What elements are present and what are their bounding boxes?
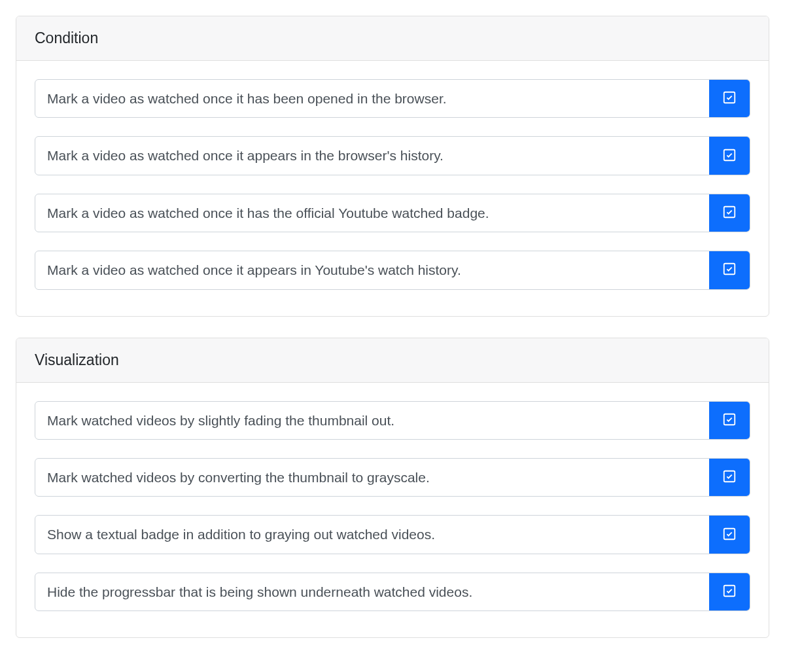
section-title: Visualization <box>16 338 769 383</box>
checkbox-checked-icon <box>722 469 737 486</box>
svg-rect-3 <box>724 264 735 275</box>
checkbox-checked-icon <box>722 584 737 600</box>
checkbox-checked-icon <box>722 148 737 164</box>
option-row-fade-thumbnail: Mark watched videos by slightly fading t… <box>35 401 750 440</box>
visualization-section: Visualization Mark watched videos by sli… <box>16 338 769 639</box>
option-row-hide-progressbar: Hide the progressbar that is being shown… <box>35 573 750 611</box>
option-row-browser-history: Mark a video as watched once it appears … <box>35 136 750 175</box>
svg-rect-2 <box>724 207 735 218</box>
checkbox-checked-icon <box>722 527 737 543</box>
svg-rect-4 <box>724 414 735 425</box>
section-title: Condition <box>16 16 769 61</box>
option-row-youtube-badge: Mark a video as watched once it has the … <box>35 194 750 232</box>
svg-rect-1 <box>724 149 735 160</box>
option-row-textual-badge: Show a textual badge in addition to gray… <box>35 515 750 554</box>
option-label: Mark a video as watched once it appears … <box>35 251 709 289</box>
checkbox-checked-icon <box>722 412 737 429</box>
svg-rect-7 <box>724 586 735 597</box>
checkbox-checked-icon <box>722 262 737 278</box>
option-row-youtube-watch-history: Mark a video as watched once it appears … <box>35 251 750 289</box>
svg-rect-6 <box>724 528 735 539</box>
option-label: Mark a video as watched once it appears … <box>35 137 709 174</box>
option-toggle-hide-progressbar[interactable] <box>709 573 750 610</box>
option-toggle-grayscale-thumbnail[interactable] <box>709 459 750 496</box>
option-row-grayscale-thumbnail: Mark watched videos by converting the th… <box>35 458 750 497</box>
checkbox-checked-icon <box>722 205 737 221</box>
section-body: Mark watched videos by slightly fading t… <box>16 383 769 638</box>
option-label: Mark a video as watched once it has the … <box>35 194 709 232</box>
option-toggle-textual-badge[interactable] <box>709 516 750 553</box>
option-label: Mark a video as watched once it has been… <box>35 80 709 117</box>
condition-section: Condition Mark a video as watched once i… <box>16 16 769 317</box>
option-toggle-opened-in-browser[interactable] <box>709 80 750 117</box>
option-label: Hide the progressbar that is being shown… <box>35 573 709 610</box>
option-toggle-fade-thumbnail[interactable] <box>709 402 750 439</box>
checkbox-checked-icon <box>722 90 737 107</box>
option-toggle-youtube-badge[interactable] <box>709 194 750 232</box>
option-toggle-browser-history[interactable] <box>709 137 750 174</box>
option-label: Show a textual badge in addition to gray… <box>35 516 709 553</box>
option-row-opened-in-browser: Mark a video as watched once it has been… <box>35 79 750 118</box>
section-body: Mark a video as watched once it has been… <box>16 61 769 316</box>
option-label: Mark watched videos by converting the th… <box>35 459 709 496</box>
option-toggle-youtube-watch-history[interactable] <box>709 251 750 289</box>
svg-rect-5 <box>724 471 735 482</box>
svg-rect-0 <box>724 92 735 103</box>
option-label: Mark watched videos by slightly fading t… <box>35 402 709 439</box>
